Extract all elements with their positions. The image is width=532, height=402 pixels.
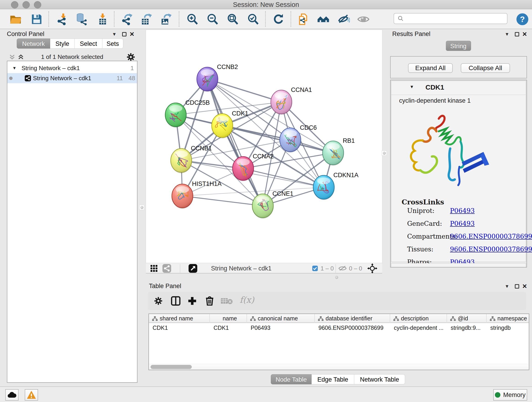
column-header-name[interactable]: name (210, 314, 247, 323)
show-columns-icon[interactable] (171, 296, 181, 306)
bottom-splitter-grip[interactable] (334, 275, 339, 280)
memory-button[interactable]: Memory (493, 389, 527, 401)
cell-shared-name[interactable]: CDK1 (149, 323, 210, 332)
column-header--id[interactable]: @id (447, 314, 487, 323)
right-splitter-grip[interactable] (382, 151, 387, 156)
cell-database-identifier[interactable]: 9606.ENSP00000378699 (315, 323, 390, 332)
network-node-rb1[interactable]: RB1 (323, 137, 355, 166)
control-panel-close-icon[interactable]: ✕ (129, 31, 134, 38)
open-session-icon[interactable] (9, 13, 22, 26)
cell-namespace[interactable]: stringdb (487, 323, 529, 332)
home-icon[interactable] (317, 13, 330, 26)
scrollbar-thumb[interactable] (151, 365, 192, 369)
protein-card-header[interactable]: ▼ CDK1 (391, 81, 526, 95)
window-zoom-button[interactable] (34, 1, 41, 8)
cloud-button[interactable] (5, 389, 19, 401)
search-box[interactable] (394, 13, 507, 24)
hidden-eye-slash-icon[interactable] (338, 265, 347, 271)
export-image-icon[interactable] (160, 13, 173, 26)
selected-checkbox-icon[interactable] (312, 266, 318, 271)
save-session-icon[interactable] (30, 13, 43, 26)
network-node-cdc6[interactable]: CDC6 (280, 124, 317, 153)
zoom-selected-icon[interactable] (247, 13, 260, 26)
column-header-database-identifier[interactable]: database identifier (315, 314, 390, 323)
table-options-gear-icon[interactable] (154, 297, 163, 305)
network-view-canvas[interactable]: CCNB2CCNA1CDC25BCDK1CDC6RB1CCNB1CCNA2CDK… (146, 30, 382, 263)
network-collection-row[interactable]: ▼ String Network – cdk1 1 (7, 63, 137, 73)
import-table-file-icon[interactable] (96, 13, 109, 26)
network-node-ccnb1[interactable]: CCNB1 (171, 145, 212, 173)
zoom-out-icon[interactable] (206, 13, 219, 26)
results-panel-menu-caret-icon[interactable]: ▼ (505, 32, 509, 37)
column-header-label: @id (458, 314, 468, 323)
control-panel-menu-caret-icon[interactable]: ▼ (112, 32, 117, 37)
network-node-hist1h1a[interactable]: HIST1H1A (172, 180, 222, 209)
crosslink-link-compartments-[interactable]: 9606.ENSP00000378699 (450, 233, 532, 240)
create-column-plus-icon[interactable] (187, 296, 197, 306)
table-panel-close-icon[interactable]: ✕ (522, 283, 527, 290)
tab-style[interactable]: Style (50, 38, 75, 49)
import-network-database-icon[interactable] (75, 13, 88, 26)
search-input[interactable] (404, 15, 503, 22)
node-label-ccnb1: CCNB1 (191, 145, 212, 152)
network-view-share-icon[interactable] (162, 264, 171, 273)
control-panel-float-icon[interactable] (122, 32, 127, 36)
tab-node-table[interactable]: Node Table (271, 374, 312, 384)
string-network-graph[interactable]: CCNB2CCNA1CDC25BCDK1CDC6RB1CCNB1CCNA2CDK… (146, 30, 382, 263)
cell--id[interactable]: stringdb:9... (447, 323, 487, 332)
delete-column-trash-icon[interactable] (205, 296, 215, 306)
tab-string[interactable]: String (446, 41, 471, 51)
control-panel-tabs: NetworkStyleSelectSets (17, 38, 123, 49)
export-table-icon[interactable] (140, 13, 153, 26)
cell-canonical-name[interactable]: P06493 (247, 323, 315, 332)
import-network-file-icon[interactable] (56, 13, 69, 26)
clone-network-icon[interactable] (298, 13, 310, 26)
collapse-all-button[interactable]: Collapse All (461, 63, 510, 73)
tab-select[interactable]: Select (75, 38, 102, 49)
crosslink-link-tissues-[interactable]: 9606.ENSP00000378699 (450, 245, 532, 253)
network-node-cdkn1a[interactable]: CDKN1A (313, 172, 359, 200)
column-header-canonical-name[interactable]: canonical name (247, 314, 315, 323)
network-node-ccna1[interactable]: CCNA1 (271, 86, 312, 115)
left-splitter-grip[interactable] (139, 205, 144, 210)
network-node-ccne1[interactable]: CCNE1 (252, 190, 293, 219)
collection-disclosure-icon[interactable]: ▼ (12, 63, 17, 73)
hide-icon[interactable] (337, 13, 350, 26)
results-panel-close-icon[interactable]: ✕ (522, 31, 527, 38)
table-horizontal-scrollbar[interactable] (149, 364, 528, 370)
crosslink-link-uniprot-[interactable]: P06493 (450, 207, 475, 215)
column-header-namespace[interactable]: namespace (487, 314, 529, 323)
crosslink-link-genecard-[interactable]: P06493 (450, 220, 475, 227)
network-row-selected[interactable]: String Network – cdk1 11 48 (7, 73, 137, 83)
protein-disclosure-icon[interactable]: ▼ (410, 84, 414, 89)
network-node-ccnb2[interactable]: CCNB2 (197, 64, 238, 92)
window-minimize-button[interactable] (22, 1, 30, 8)
birdseye-view-icon[interactable] (189, 264, 197, 273)
export-network-icon[interactable] (121, 13, 134, 26)
tab-sets[interactable]: Sets (102, 38, 123, 49)
tab-network-table[interactable]: Network Table (354, 374, 405, 384)
cell-description[interactable]: cyclin-dependent ... (390, 323, 447, 332)
zoom-fit-icon[interactable] (226, 13, 239, 26)
table-panel-float-icon[interactable] (515, 284, 519, 288)
collapse-all-chevrons-icon[interactable] (9, 54, 16, 60)
column-header-description[interactable]: description (390, 314, 447, 323)
window-close-button[interactable] (11, 1, 18, 8)
expand-all-button[interactable]: Expand All (408, 63, 453, 73)
table-row[interactable]: CDK1CDK1P064939606.ENSP00000378699cyclin… (149, 323, 529, 332)
grid-view-icon[interactable] (151, 265, 158, 272)
column-header-shared-name[interactable]: shared name (149, 314, 210, 323)
help-icon[interactable]: ? (516, 13, 529, 26)
table-panel-menu-caret-icon[interactable]: ▼ (505, 284, 509, 289)
fit-selected-crosshair-icon[interactable] (367, 263, 377, 274)
tab-network[interactable]: Network (17, 38, 50, 49)
network-options-gear-icon[interactable] (127, 53, 135, 61)
cell-name[interactable]: CDK1 (210, 323, 247, 332)
zoom-in-icon[interactable] (186, 13, 199, 26)
warnings-button[interactable] (25, 389, 38, 401)
tab-edge-table[interactable]: Edge Table (312, 374, 354, 384)
expand-all-chevrons-icon[interactable] (17, 54, 24, 60)
results-panel-float-icon[interactable] (515, 32, 519, 36)
refresh-icon[interactable] (272, 13, 285, 26)
show-all-eye-icon[interactable] (357, 13, 370, 26)
